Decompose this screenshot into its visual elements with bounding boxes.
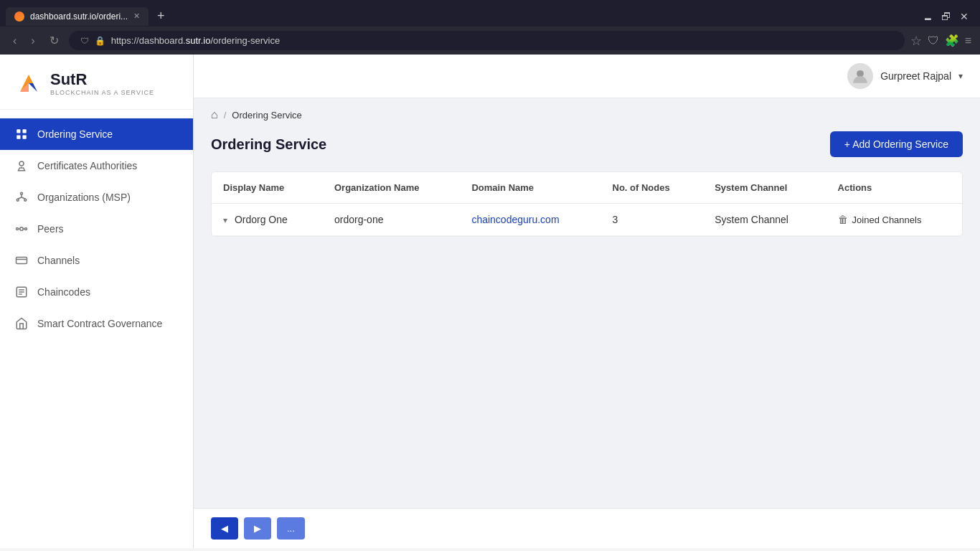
breadcrumb-current: Ordering Service [232,110,302,121]
trash-icon: 🗑 [838,214,848,225]
new-tab-button[interactable]: + [151,6,171,27]
tab-close-icon[interactable]: ✕ [133,11,140,21]
svg-point-11 [24,199,27,201]
minimize-icon[interactable]: 🗕 [923,11,933,22]
svg-rect-7 [23,136,27,139]
lock-icon: 🔒 [95,36,105,46]
window-controls: 🗕 🗗 ✕ [923,11,974,22]
display-name-value: Ordorg One [235,214,288,225]
cell-no-of-nodes: 3 [601,204,704,236]
shield-icon: 🛡 [80,36,89,46]
user-name: Gurpreet Rajpal [880,70,951,82]
smart-contract-icon [14,316,29,331]
user-info[interactable]: Gurpreet Rajpal ▾ [847,63,963,89]
cell-display-name: ▾ Ordorg One [212,204,323,236]
logo-subtitle: BLOCKCHAIN AS A SERVICE [50,89,154,96]
top-bar: Gurpreet Rajpal ▾ [194,55,980,98]
sidebar-item-organizations-msp[interactable]: Organizations (MSP) [0,182,193,213]
refresh-button[interactable]: ↻ [45,31,63,50]
sidebar-item-ordering-service[interactable]: Ordering Service [0,118,193,150]
svg-rect-20 [17,258,27,264]
sidebar-label-smart-contract: Smart Contract Governance [37,318,162,329]
user-avatar [847,63,873,89]
pagination-area: ◀ ▶ ... [194,508,980,548]
peers-icon [14,222,29,236]
col-actions: Actions [826,172,962,204]
col-no-of-nodes: No. of Nodes [601,172,704,204]
svg-rect-4 [17,129,20,133]
tab-title: dashboard.sutr.io/orderi... [30,11,128,22]
svg-point-10 [17,199,19,201]
ordering-service-icon [14,127,29,141]
svg-point-17 [25,228,27,230]
sidebar-item-smart-contract-governance[interactable]: Smart Contract Governance [0,308,193,339]
close-icon[interactable]: ✕ [960,11,969,22]
joined-channels-button[interactable]: 🗑 Joined Channels [838,214,922,225]
svg-line-13 [18,197,22,199]
active-tab[interactable]: dashboard.sutr.io/orderi... ✕ [6,7,149,26]
breadcrumb-separator: / [224,110,227,121]
page-body: ⌂ / Ordering Service Ordering Service + … [194,98,980,508]
address-bar[interactable]: 🛡 🔒 https://dashboard.sutr.io/ordering-s… [69,31,905,50]
cell-domain-name: chaincodeguru.com [460,204,600,236]
browser-nav-bar: ‹ › ↻ 🛡 🔒 https://dashboard.sutr.io/orde… [0,27,980,55]
sidebar: SutR BLOCKCHAIN AS A SERVICE Ordering Se… [0,55,194,548]
organizations-icon [14,190,29,204]
svg-rect-6 [17,136,20,139]
next-page-button[interactable]: ▶ [244,517,271,540]
channels-icon [14,253,29,268]
back-button[interactable]: ‹ [9,32,21,50]
page-header: Ordering Service + Add Ordering Service [211,131,963,157]
svg-point-8 [19,161,24,166]
extensions-icon: 🧩 [945,34,959,47]
tab-favicon [14,11,24,22]
chaincodes-icon [14,285,29,299]
sutr-logo-icon [14,69,43,98]
svg-line-14 [22,197,25,199]
main-content: Gurpreet Rajpal ▾ ⌂ / Ordering Service O… [194,55,980,548]
sidebar-item-certificates-authorities[interactable]: Certificates Authorities [0,150,193,182]
add-ordering-service-button[interactable]: + Add Ordering Service [830,131,963,157]
joined-channels-label: Joined Channels [852,215,922,225]
col-display-name: Display Name [212,172,323,204]
col-organization-name: Organization Name [323,172,460,204]
cell-actions: 🗑 Joined Channels [826,204,962,236]
forward-button[interactable]: › [27,32,39,50]
svg-rect-5 [23,129,27,133]
sidebar-label-ordering-service: Ordering Service [37,128,113,140]
url-text: https://dashboard.sutr.io/ordering-servi… [111,35,281,46]
more-pages-button[interactable]: ... [277,517,305,540]
sidebar-item-channels[interactable]: Channels [0,245,193,276]
domain-name-link[interactable]: chaincodeguru.com [471,214,559,225]
user-dropdown-arrow: ▾ [958,71,963,81]
bookmark-icon[interactable]: ☆ [910,33,922,49]
table-row: ▾ Ordorg One ordorg-one chaincodeguru.co… [212,204,962,236]
sidebar-label-certificates: Certificates Authorities [37,160,137,171]
prev-page-button[interactable]: ◀ [211,517,238,540]
sidebar-label-channels: Channels [37,255,80,266]
shield-extension-icon: 🛡 [928,34,939,47]
cell-system-channel: System Channel [703,204,826,236]
logo-title: SutR [50,70,154,89]
ordering-service-table: Display Name Organization Name Domain Na… [211,171,963,237]
sidebar-item-peers[interactable]: Peers [0,213,193,245]
sidebar-label-peers: Peers [37,223,64,235]
breadcrumb: ⌂ / Ordering Service [211,98,963,131]
col-domain-name: Domain Name [460,172,600,204]
sidebar-nav: Ordering Service Certificates Authoritie… [0,110,193,348]
sidebar-item-chaincodes[interactable]: Chaincodes [0,276,193,308]
sidebar-label-organizations: Organizations (MSP) [37,192,131,203]
logo-text: SutR BLOCKCHAIN AS A SERVICE [50,70,154,96]
page-title: Ordering Service [211,136,326,153]
browser-extensions: 🛡 🧩 ≡ [928,34,971,47]
menu-icon[interactable]: ≡ [965,34,971,47]
svg-point-16 [17,228,19,230]
svg-point-15 [20,227,24,231]
col-system-channel: System Channel [703,172,826,204]
certificates-icon [14,159,29,173]
breadcrumb-home-icon[interactable]: ⌂ [211,108,218,121]
sidebar-label-chaincodes: Chaincodes [37,286,90,298]
expand-row-icon[interactable]: ▾ [223,215,227,225]
maximize-icon[interactable]: 🗗 [941,11,951,22]
logo-area: SutR BLOCKCHAIN AS A SERVICE [0,55,193,110]
